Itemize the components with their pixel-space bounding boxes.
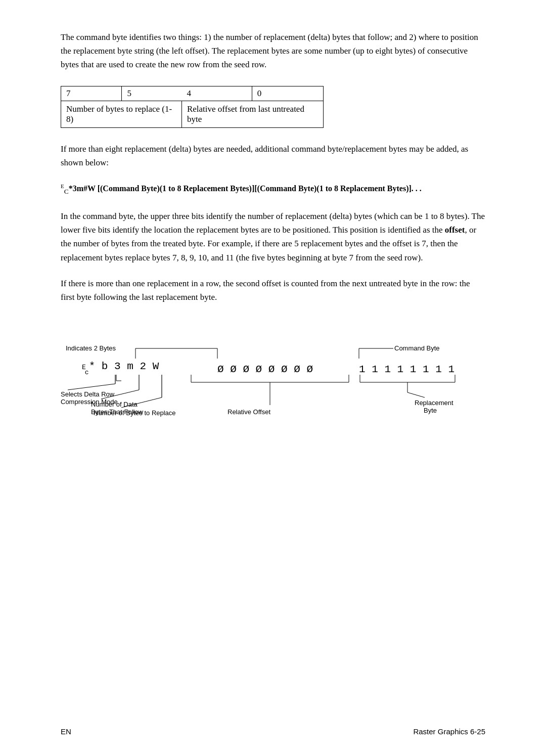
bit-5: 5 [122,86,181,101]
svg-text:Number of Bytes to Replace: Number of Bytes to Replace [94,409,176,417]
svg-text:Command  Byte: Command Byte [394,344,440,352]
formula-super-e: E [61,183,64,189]
bit-field-table: 7 5 4 0 Number of bytes to replace (1-8)… [61,86,324,128]
diagram-svg: Indicates 2 Bytes Command Byte Ec* b 3 m… [61,324,495,496]
diagram: Indicates 2 Bytes Command Byte Ec* b 3 m… [61,324,495,496]
svg-text:Indicates  2  Bytes: Indicates 2 Bytes [66,344,116,352]
third-para-before: In the command byte, the upper three bit… [61,211,485,235]
third-paragraph: In the command byte, the upper three bit… [61,209,485,264]
formula-sub-c: C [64,187,69,195]
bit-4: 4 [181,86,252,101]
svg-text:1 1 1 1 1 1 1 1: 1 1 1 1 1 1 1 1 [359,364,454,375]
offset-bold: offset [445,225,465,235]
svg-text:Relative  Offset: Relative Offset [228,408,270,416]
svg-text:Number of Data: Number of Data [91,401,138,408]
bit-7: 7 [61,86,122,101]
footer-left: EN [61,727,71,736]
page-footer: EN Raster Graphics 6-25 [61,727,485,736]
formula-paragraph: EC*3m#W [(Command Byte)(1 to 8 Replaceme… [61,182,485,197]
footer-right: Raster Graphics 6-25 [413,727,485,736]
svg-line-12 [68,384,115,390]
table-label-left: Number of bytes to replace (1-8) [61,101,182,127]
fourth-paragraph: If there is more than one replacement in… [61,277,485,304]
svg-text:Selects Delta Row: Selects Delta Row [61,390,115,398]
svg-text:Replacement: Replacement [415,399,453,407]
svg-text:Byte: Byte [424,407,437,414]
svg-text:Ø Ø Ø Ø Ø Ø Ø Ø: Ø Ø Ø Ø Ø Ø Ø Ø [217,364,313,375]
formula-text: *3m#W [(Command Byte)(1 to 8 Replacement… [69,184,422,193]
bit-0: 0 [252,86,323,101]
intro-paragraph: The command byte identifies two things: … [61,30,485,72]
page: The command byte identifies two things: … [0,0,546,537]
svg-text:Ec* b 3 m 2 W: Ec* b 3 m 2 W [82,361,159,376]
svg-line-31 [407,392,425,397]
table-label-right: Relative offset from last untreated byte [181,101,323,127]
second-paragraph: If more than eight replacement (delta) b… [61,142,485,169]
